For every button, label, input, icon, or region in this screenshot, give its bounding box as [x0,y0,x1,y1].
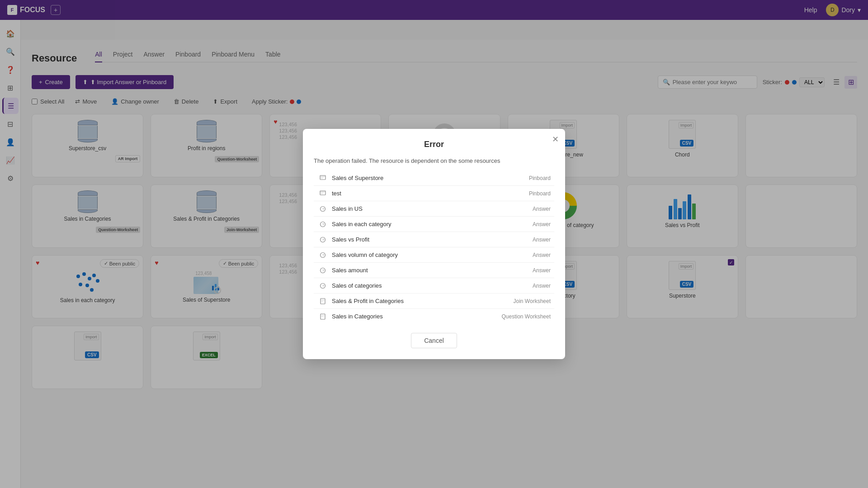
modal-footer: Cancel [314,333,554,348]
worksheet-icon2 [317,313,328,320]
dep-type: Answer [533,283,551,289]
answer-icon2: ? [317,221,328,227]
svg-rect-26 [321,316,325,316]
svg-rect-23 [321,301,324,302]
dep-type: Join Worksheet [514,298,551,304]
answer-icon3: ? [317,237,328,243]
dep-item-sales-categories-ws[interactable]: Sales in Categories Question Worksheet [314,309,554,324]
answer-icon4: ? [317,252,328,258]
svg-rect-5 [321,191,325,192]
svg-rect-22 [321,300,325,301]
cancel-button[interactable]: Cancel [411,333,457,348]
svg-text:?: ? [322,284,324,288]
dep-type: Pinboard [529,175,551,181]
svg-rect-6 [321,193,324,193]
modal-close-button[interactable]: ✕ [552,134,559,144]
dep-item-test[interactable]: test Pinboard [314,186,554,201]
answer-icon: ? [317,206,328,212]
worksheet-icon [317,298,328,304]
dep-name: Sales amount [332,267,533,274]
svg-rect-21 [321,299,325,300]
svg-rect-3 [321,178,323,179]
svg-text:?: ? [322,238,324,242]
dep-item-sales-us[interactable]: ? Sales in US Answer [314,201,554,217]
svg-rect-1 [321,176,325,177]
svg-rect-7 [321,194,323,194]
dep-name: Sales in US [332,205,533,212]
dep-name: Sales vs Profit [332,236,533,243]
dep-type: Question Worksheet [502,313,551,320]
dep-type: Answer [533,237,551,243]
dep-type: Answer [533,221,551,227]
dep-name: Sales in Categories [332,313,502,320]
dep-name: Sales of categories [332,282,533,289]
modal-title: Error [314,140,554,149]
svg-text:?: ? [322,254,324,257]
dep-type: Pinboard [529,190,551,197]
dependencies-list: Sales of Superstore Pinboard test Pinboa… [314,171,554,324]
dep-name: Sales of Superstore [332,175,529,181]
dep-type: Answer [533,206,551,212]
modal-overlay: ✕ Error The operation failed. The resour… [0,0,868,488]
dep-item-sales-volumn[interactable]: ? Sales volumn of category Answer [314,247,554,263]
modal-description: The operation failed. The resource is de… [314,156,554,166]
dep-item-sales-each[interactable]: ? Sales in each category Answer [314,217,554,232]
error-modal: ✕ Error The operation failed. The resour… [303,129,565,360]
dep-name: Sales in each category [332,221,533,227]
pinboard-icon [317,175,328,181]
dep-name: Sales volumn of category [332,251,533,258]
dep-name: Sales & Profit in Categories [332,298,514,304]
dep-item-sales-of-categories[interactable]: ? Sales of categories Answer [314,278,554,294]
svg-text:?: ? [322,223,324,226]
svg-rect-2 [321,177,324,178]
svg-rect-27 [321,317,324,317]
dep-item-sales-vs-profit[interactable]: ? Sales vs Profit Answer [314,232,554,247]
svg-text:?: ? [322,208,324,211]
svg-rect-25 [321,315,325,315]
svg-text:?: ? [322,269,324,272]
pinboard-icon2 [317,190,328,197]
answer-icon5: ? [317,267,328,274]
dep-item-sales-profit-ws[interactable]: Sales & Profit in Categories Join Worksh… [314,294,554,309]
dep-item-sales-superstore[interactable]: Sales of Superstore Pinboard [314,171,554,186]
dep-type: Answer [533,267,551,274]
answer-icon6: ? [317,283,328,289]
dep-type: Answer [533,252,551,258]
dep-name: test [332,190,529,197]
dep-item-sales-amount[interactable]: ? Sales amount Answer [314,263,554,278]
